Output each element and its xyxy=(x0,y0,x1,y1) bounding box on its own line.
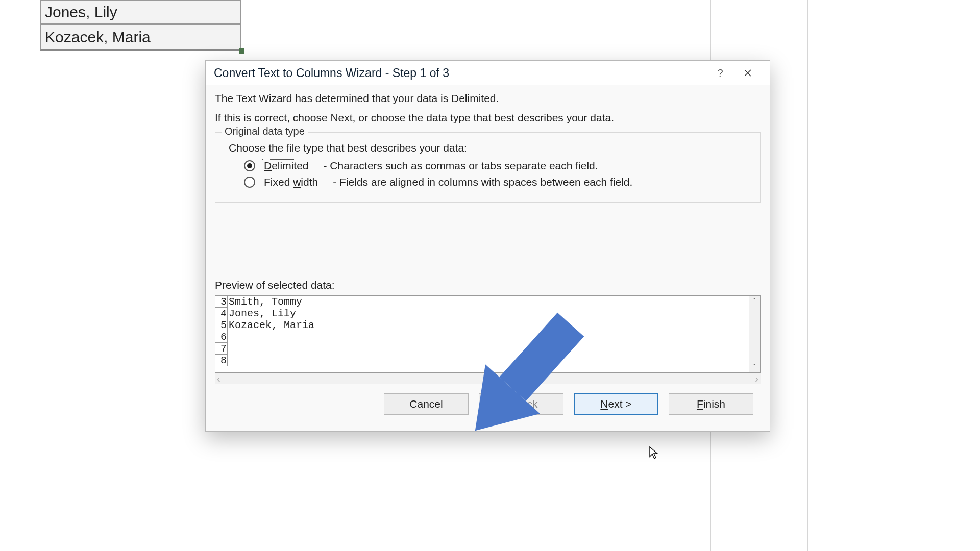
preview-row: 8 xyxy=(215,355,749,366)
close-button[interactable] xyxy=(734,63,762,83)
preview-body[interactable]: 3Smith, Tommy4Jones, Lily5Kozacek, Maria… xyxy=(215,296,749,372)
preview-row-number: 7 xyxy=(215,343,228,355)
preview-vscroll[interactable]: ˆ ˇ xyxy=(749,296,760,372)
back-button[interactable]: < Back xyxy=(479,393,564,415)
fieldset-subtitle: Choose the file type that best describes… xyxy=(229,142,752,154)
preview-row-number: 8 xyxy=(215,355,228,366)
scroll-right-icon[interactable]: › xyxy=(755,373,758,385)
selection-fill-handle[interactable] xyxy=(239,48,244,54)
dialog-titlebar[interactable]: Convert Text to Columns Wizard - Step 1 … xyxy=(206,61,770,85)
original-data-type-group: Original data type Choose the file type … xyxy=(215,132,761,203)
preview-row-text xyxy=(228,331,229,343)
radio-delimited-desc: - Characters such as commas or tabs sepa… xyxy=(324,160,598,172)
next-button[interactable]: Next > xyxy=(574,393,658,415)
preview-row-number: 4 xyxy=(215,308,228,319)
cell-a1[interactable]: Jones, Lily xyxy=(40,0,241,24)
preview-row-text: Smith, Tommy xyxy=(228,296,302,308)
radio-fixed-desc: - Fields are aligned in columns with spa… xyxy=(333,176,632,188)
close-icon xyxy=(744,69,752,77)
preview-label: Preview of selected data: xyxy=(215,279,761,291)
scroll-down-icon[interactable]: ˇ xyxy=(749,361,760,372)
cancel-button[interactable]: Cancel xyxy=(384,393,469,415)
preview-row-number: 6 xyxy=(215,331,228,343)
preview-row-number: 5 xyxy=(215,319,228,331)
preview-row: 4Jones, Lily xyxy=(215,308,749,319)
radio-row-fixed[interactable]: Fixed width - Fields are aligned in colu… xyxy=(244,176,752,189)
finish-button[interactable]: Finish xyxy=(669,393,753,415)
cell-a2[interactable]: Kozacek, Maria xyxy=(40,24,241,51)
preview-row-text: Jones, Lily xyxy=(228,308,296,319)
scroll-left-icon[interactable]: ‹ xyxy=(217,373,220,385)
dialog-title: Convert Text to Columns Wizard - Step 1 … xyxy=(214,66,706,80)
radio-fixed-label: Fixed width xyxy=(262,176,320,189)
dialog-button-bar: Cancel < Back Next > Finish xyxy=(215,384,761,426)
help-button[interactable]: ? xyxy=(706,63,734,83)
fieldset-legend: Original data type xyxy=(222,126,308,137)
preview-row: 6 xyxy=(215,331,749,343)
intro-line-2: If this is correct, choose Next, or choo… xyxy=(215,112,761,124)
preview-row-text: Kozacek, Maria xyxy=(228,319,314,331)
radio-delimited[interactable] xyxy=(244,160,255,171)
radio-delimited-label: Delimited xyxy=(262,159,310,172)
intro-line-1: The Text Wizard has determined that your… xyxy=(215,92,761,105)
preview-box: 3Smith, Tommy4Jones, Lily5Kozacek, Maria… xyxy=(215,295,761,373)
preview-hscroll[interactable]: ‹ › xyxy=(215,373,761,384)
preview-row-text xyxy=(228,355,229,366)
preview-row: 3Smith, Tommy xyxy=(215,296,749,308)
radio-row-delimited[interactable]: Delimited - Characters such as commas or… xyxy=(244,159,752,172)
scroll-up-icon[interactable]: ˆ xyxy=(749,296,760,307)
text-to-columns-dialog: Convert Text to Columns Wizard - Step 1 … xyxy=(205,60,770,432)
radio-fixed-width[interactable] xyxy=(244,177,255,188)
preview-row-number: 3 xyxy=(215,296,228,308)
preview-row-text xyxy=(228,343,229,355)
preview-row: 5Kozacek, Maria xyxy=(215,319,749,331)
preview-row: 7 xyxy=(215,343,749,355)
